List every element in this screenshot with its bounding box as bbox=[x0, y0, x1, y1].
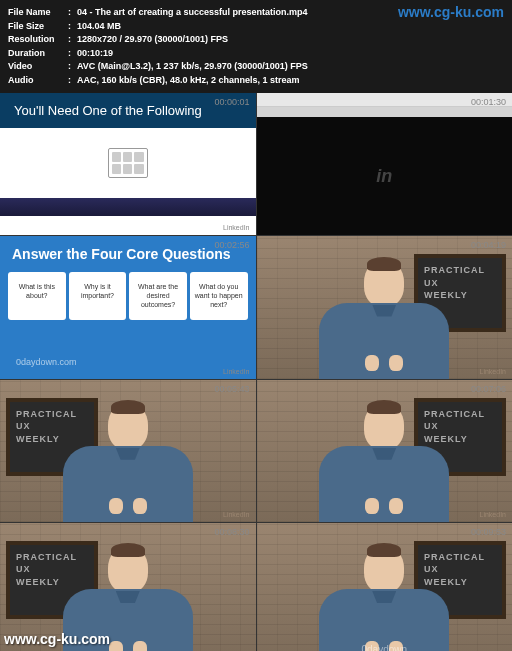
meta-value-resolution: 1280x720 / 29.970 (30000/1001) FPS bbox=[77, 33, 228, 47]
thumbnail-1[interactable]: 00:00:01 You'll Need One of the Followin… bbox=[0, 93, 256, 235]
slide-title: Answer the Four Core Questions bbox=[8, 246, 248, 262]
timestamp: 00:05:43 bbox=[214, 384, 249, 394]
linkedin-logo: LinkedIn bbox=[480, 368, 506, 375]
question-card-1: What is this about? bbox=[8, 272, 66, 319]
browser-body: in bbox=[257, 117, 513, 235]
grid-icon bbox=[108, 148, 148, 178]
presenter-figure bbox=[319, 402, 449, 522]
timestamp: 00:00:01 bbox=[214, 97, 249, 107]
linkedin-logo: LinkedIn bbox=[223, 511, 249, 518]
presenter-figure bbox=[63, 402, 193, 522]
presenter-figure bbox=[319, 259, 449, 379]
timestamp: 00:02:56 bbox=[214, 240, 249, 250]
meta-value-video: AVC (Main@L3.2), 1 237 kb/s, 29.970 (300… bbox=[77, 60, 308, 74]
card-row: What is this about? Why is it important?… bbox=[8, 272, 248, 319]
thumbnail-5[interactable]: 00:05:43 PRACTICALUXWEEKLY LinkedIn bbox=[0, 380, 256, 522]
presenter-figure bbox=[319, 545, 449, 651]
question-card-2: Why is it important? bbox=[69, 272, 127, 319]
thumbnail-3[interactable]: 00:02:56 Answer the Four Core Questions … bbox=[0, 236, 256, 378]
in-logo-icon: in bbox=[376, 166, 392, 187]
slide-body bbox=[0, 128, 256, 198]
thumbnail-8[interactable]: 00:09:53 PRACTICALUXWEEKLY 0daydown Link… bbox=[257, 523, 513, 651]
question-card-4: What do you want to happen next? bbox=[190, 272, 248, 319]
meta-value-filename: 04 - The art of creating a successful pr… bbox=[77, 6, 308, 20]
linkedin-logo: LinkedIn bbox=[223, 368, 249, 375]
thumbnail-4[interactable]: 00:04:19 PRACTICALUXWEEKLY LinkedIn bbox=[257, 236, 513, 378]
watermark-small: 0daydown.com bbox=[16, 357, 77, 367]
timestamp: 00:04:19 bbox=[471, 240, 506, 250]
meta-label-duration: Duration bbox=[8, 47, 68, 61]
meta-label-filesize: File Size bbox=[8, 20, 68, 34]
question-card-3: What are the desired outcomes? bbox=[129, 272, 187, 319]
timestamp: 00:08:30 bbox=[214, 527, 249, 537]
watermark-small: 0daydown bbox=[361, 644, 407, 651]
meta-label-video: Video bbox=[8, 60, 68, 74]
timestamp: 00:09:53 bbox=[471, 527, 506, 537]
linkedin-logo: LinkedIn bbox=[480, 511, 506, 518]
timestamp: 00:07:06 bbox=[471, 384, 506, 394]
watermark-top: www.cg-ku.com bbox=[398, 4, 504, 20]
thumbnail-6[interactable]: 00:07:06 PRACTICALUXWEEKLY LinkedIn bbox=[257, 380, 513, 522]
meta-value-audio: AAC, 160 kb/s (CBR), 48.0 kHz, 2 channel… bbox=[77, 74, 300, 88]
linkedin-logo: LinkedIn bbox=[223, 224, 249, 231]
slide-footer-strip bbox=[0, 198, 256, 216]
meta-label-resolution: Resolution bbox=[8, 33, 68, 47]
meta-value-duration: 00:10:19 bbox=[77, 47, 113, 61]
meta-value-filesize: 104.04 MB bbox=[77, 20, 121, 34]
thumbnail-2[interactable]: in 00:01:30 bbox=[257, 93, 513, 235]
watermark-bottom: www.cg-ku.com bbox=[4, 631, 110, 647]
timestamp: 00:01:30 bbox=[471, 97, 506, 107]
thumbnail-grid: 00:00:01 You'll Need One of the Followin… bbox=[0, 93, 512, 651]
meta-label-filename: File Name bbox=[8, 6, 68, 20]
browser-address-bar bbox=[257, 107, 513, 117]
meta-label-audio: Audio bbox=[8, 74, 68, 88]
